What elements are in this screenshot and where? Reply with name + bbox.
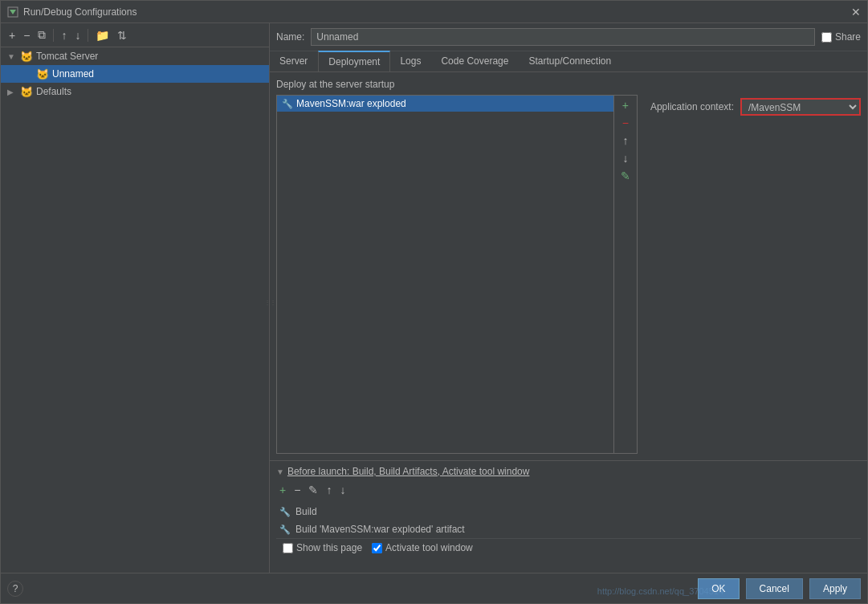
tab-deployment[interactable]: Deployment: [318, 51, 390, 71]
add-config-button[interactable]: +: [6, 27, 18, 43]
window-icon: [7, 6, 18, 18]
toolbar-separator-2: [88, 29, 88, 42]
deployment-body: 🔧 MavenSSM:war exploded + − ↑ ↓ ✎: [276, 95, 861, 454]
artifact-list-with-toolbar: 🔧 MavenSSM:war exploded + − ↑ ↓ ✎: [276, 95, 638, 454]
bl-item-build-label: Build: [295, 506, 317, 517]
bl-item-build[interactable]: 🔧 Build: [276, 503, 861, 520]
footer-left: ?: [7, 581, 23, 597]
share-label: Share: [835, 31, 861, 43]
remove-config-button[interactable]: −: [20, 27, 33, 43]
toolbar-separator-1: [53, 29, 54, 42]
deployment-section: Deploy at the server startup 🔧 MavenSSM:…: [270, 72, 867, 460]
deploy-section-label: Deploy at the server startup: [276, 79, 861, 90]
bl-artifact-icon: 🔧: [279, 524, 291, 535]
left-panel: + − ⧉ ↑ ↓ 📁 ⇅ ▼ 🐱 Tomcat Server: [1, 23, 270, 573]
bottom-options: Show this page Activate tool window: [276, 538, 861, 557]
name-input[interactable]: [311, 28, 815, 46]
tomcat-icon: 🐱: [20, 51, 33, 63]
name-label: Name:: [276, 31, 304, 43]
tab-logs[interactable]: Logs: [390, 51, 431, 71]
before-launch-collapse-arrow[interactable]: ▼: [276, 467, 284, 476]
app-context-row: Application context: /MavenSSM: [650, 98, 861, 116]
before-launch-header: ▼ Before launch: Build, Build Artifacts,…: [276, 466, 861, 477]
tab-server[interactable]: Server: [270, 51, 318, 71]
artifact-remove-button[interactable]: −: [617, 115, 634, 131]
app-context-label: Application context:: [650, 101, 734, 112]
folder-button[interactable]: 📁: [92, 27, 112, 43]
bl-down-button[interactable]: ↓: [336, 482, 348, 498]
activate-tool-window-label: Activate tool window: [385, 542, 473, 553]
activate-tool-window-checkbox-row: Activate tool window: [372, 542, 473, 553]
tab-code-coverage[interactable]: Code Coverage: [431, 51, 519, 71]
tab-startup-connection[interactable]: Startup/Connection: [519, 51, 621, 71]
app-context-select[interactable]: /MavenSSM: [740, 98, 861, 116]
resize-handle[interactable]: ⋮⋮: [264, 299, 270, 306]
tree-item-unnamed[interactable]: 🐱 Unnamed: [1, 65, 269, 83]
main-content: + − ⧉ ↑ ↓ 📁 ⇅ ▼ 🐱 Tomcat Server: [1, 23, 867, 573]
defaults-icon: 🐱: [20, 86, 33, 98]
apply-button[interactable]: Apply: [809, 578, 861, 599]
bl-up-button[interactable]: ↑: [323, 482, 335, 498]
config-tree: ▼ 🐱 Tomcat Server 🐱 Unnamed ▶ 🐱 Defaults: [1, 47, 269, 100]
show-page-checkbox-row: Show this page: [283, 542, 362, 553]
before-launch-section: ▼ Before launch: Build, Build Artifacts,…: [270, 460, 867, 573]
run-debug-configurations-window: Run/Debug Configurations ✕ + − ⧉ ↑ ↓ 📁 ⇅: [0, 0, 868, 604]
show-page-checkbox[interactable]: [283, 543, 293, 553]
unnamed-label: Unnamed: [52, 68, 94, 80]
tomcat-server-label: Tomcat Server: [36, 51, 98, 62]
title-bar-left: Run/Debug Configurations: [7, 6, 137, 18]
artifact-move-down-button[interactable]: ↓: [617, 150, 634, 166]
artifact-label: MavenSSM:war exploded: [296, 98, 406, 109]
artifact-add-button[interactable]: +: [617, 97, 634, 113]
dialog-footer: ? http://blog.csdn.net/qq_3704514 OK Can…: [1, 573, 867, 603]
close-button[interactable]: ✕: [851, 6, 861, 18]
left-toolbar: + − ⧉ ↑ ↓ 📁 ⇅: [1, 23, 269, 47]
artifact-list-toolbar: + − ↑ ↓ ✎: [614, 95, 638, 454]
copy-config-button[interactable]: ⧉: [35, 27, 49, 43]
title-bar: Run/Debug Configurations ✕: [1, 1, 867, 23]
name-row: Name: Share: [270, 23, 867, 51]
bl-build-icon: 🔧: [279, 507, 291, 517]
artifact-move-up-button[interactable]: ↑: [617, 133, 634, 149]
bl-remove-button[interactable]: −: [291, 482, 304, 498]
tomcat-arrow: ▼: [7, 52, 17, 61]
move-up-button[interactable]: ↑: [58, 27, 70, 43]
watermark: http://blog.csdn.net/qq_3704514: [597, 586, 723, 596]
bl-edit-button[interactable]: ✎: [305, 482, 321, 498]
window-title: Run/Debug Configurations: [23, 6, 137, 18]
share-checkbox-row: Share: [821, 31, 861, 43]
share-checkbox[interactable]: [821, 32, 832, 43]
tree-item-tomcat-server[interactable]: ▼ 🐱 Tomcat Server: [1, 47, 269, 65]
defaults-label: Defaults: [36, 86, 71, 97]
tree-item-defaults[interactable]: ▶ 🐱 Defaults: [1, 83, 269, 100]
activate-tool-window-checkbox[interactable]: [372, 543, 382, 553]
artifact-list: 🔧 MavenSSM:war exploded: [276, 95, 614, 454]
artifact-edit-button[interactable]: ✎: [617, 168, 634, 184]
before-launch-toolbar: + − ✎ ↑ ↓: [276, 482, 861, 498]
app-context-panel: Application context: /MavenSSM: [650, 95, 861, 454]
unnamed-icon: 🐱: [36, 68, 49, 80]
tabs-bar: Server Deployment Logs Code Coverage Sta…: [270, 51, 867, 72]
tab-content-deployment: Deploy at the server startup 🔧 MavenSSM:…: [270, 72, 867, 573]
sort-button[interactable]: ⇅: [114, 27, 130, 43]
bl-add-button[interactable]: +: [276, 482, 289, 498]
defaults-arrow: ▶: [7, 88, 17, 96]
cancel-button[interactable]: Cancel: [746, 578, 803, 599]
artifact-icon: 🔧: [282, 99, 293, 109]
artifact-list-container: 🔧 MavenSSM:war exploded + − ↑ ↓ ✎: [276, 95, 638, 454]
show-page-label: Show this page: [296, 542, 362, 553]
bl-item-artifact-label: Build 'MavenSSM:war exploded' artifact: [295, 524, 465, 535]
move-down-button[interactable]: ↓: [71, 27, 84, 43]
artifact-item-maven[interactable]: 🔧 MavenSSM:war exploded: [277, 96, 613, 112]
before-launch-title[interactable]: Before launch: Build, Build Artifacts, A…: [287, 466, 530, 477]
right-panel: Name: Share Server Deployment Logs: [270, 23, 867, 573]
help-button[interactable]: ?: [7, 581, 23, 597]
bl-item-artifact[interactable]: 🔧 Build 'MavenSSM:war exploded' artifact: [276, 520, 861, 538]
